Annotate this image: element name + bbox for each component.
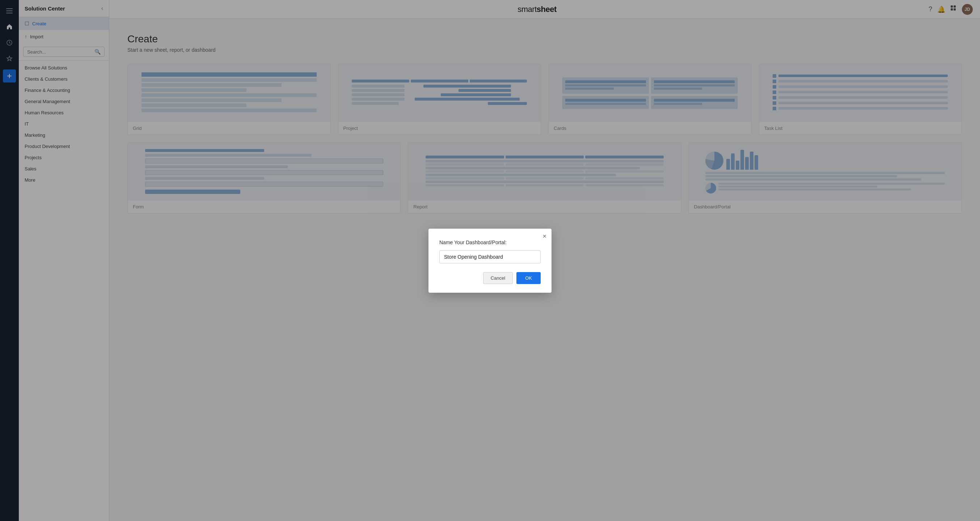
cancel-button[interactable]: Cancel [483,272,513,284]
ok-button[interactable]: OK [516,272,541,284]
modal-overlay: × Name Your Dashboard/Portal: Cancel OK [0,0,980,521]
dialog-buttons: Cancel OK [439,272,541,284]
name-dashboard-dialog: × Name Your Dashboard/Portal: Cancel OK [428,229,552,293]
dialog-title: Name Your Dashboard/Portal: [439,240,541,245]
dialog-close-button[interactable]: × [542,233,546,240]
dashboard-name-input[interactable] [439,250,541,264]
